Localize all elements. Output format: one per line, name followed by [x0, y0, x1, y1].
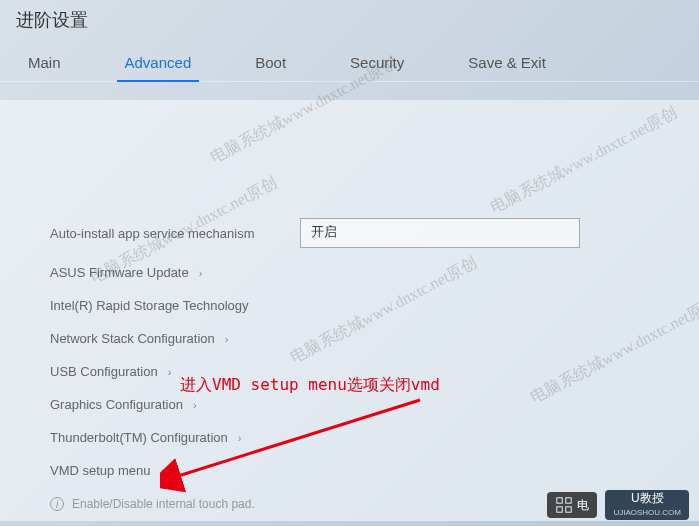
auto-service-label: Auto-install app service mechanism: [50, 226, 300, 241]
logo-2: U教授 UJIAOSHOU.COM: [605, 490, 689, 520]
help-text: Enable/Disable internal touch pad.: [72, 497, 255, 511]
chevron-right-icon: ›: [199, 267, 203, 279]
link-intel-rst[interactable]: Intel(R) Rapid Storage Technology: [50, 289, 683, 322]
tab-save-exit[interactable]: Save & Exit: [460, 44, 554, 81]
intel-rst-label: Intel(R) Rapid Storage Technology: [50, 298, 249, 313]
tab-advanced[interactable]: Advanced: [117, 44, 200, 81]
usb-config-label: USB Configuration: [50, 364, 158, 379]
tab-security[interactable]: Security: [342, 44, 412, 81]
chevron-right-icon: ›: [193, 399, 197, 411]
grid-icon: [555, 496, 573, 514]
chevron-right-icon: ›: [225, 333, 229, 345]
svg-rect-1: [557, 498, 562, 503]
chevron-right-icon: ›: [168, 366, 172, 378]
thunderbolt-label: Thunderbolt(TM) Configuration: [50, 430, 228, 445]
link-asus-firmware[interactable]: ASUS Firmware Update ›: [50, 256, 683, 289]
chevron-right-icon: ›: [238, 432, 242, 444]
vmd-label: VMD setup menu: [50, 463, 150, 478]
info-icon: i: [50, 497, 64, 511]
chevron-right-icon: ›: [160, 465, 164, 477]
tab-main[interactable]: Main: [20, 44, 69, 81]
graphics-config-label: Graphics Configuration: [50, 397, 183, 412]
link-network-stack[interactable]: Network Stack Configuration ›: [50, 322, 683, 355]
svg-rect-2: [566, 498, 571, 503]
logo-1-text: 电: [577, 497, 589, 514]
setting-auto-service: Auto-install app service mechanism 开启: [50, 210, 683, 256]
tab-bar: Main Advanced Boot Security Save & Exit: [0, 44, 699, 82]
svg-rect-3: [557, 507, 562, 512]
window-title: 进阶设置: [0, 0, 699, 44]
auto-service-select[interactable]: 开启: [300, 218, 580, 248]
asus-firmware-label: ASUS Firmware Update: [50, 265, 189, 280]
logo-1: 电: [547, 492, 597, 518]
footer-logos: 电 U教授 UJIAOSHOU.COM: [547, 490, 689, 520]
link-vmd-setup[interactable]: VMD setup menu ›: [50, 454, 683, 487]
logo-2-main: U教授: [631, 492, 664, 505]
tab-boot[interactable]: Boot: [247, 44, 294, 81]
network-stack-label: Network Stack Configuration: [50, 331, 215, 346]
logo-2-sub: UJIAOSHOU.COM: [613, 509, 681, 518]
annotation-text: 进入VMD setup menu选项关闭vmd: [180, 375, 440, 396]
settings-panel: Auto-install app service mechanism 开启 AS…: [0, 100, 699, 521]
svg-rect-4: [566, 507, 571, 512]
link-thunderbolt[interactable]: Thunderbolt(TM) Configuration ›: [50, 421, 683, 454]
